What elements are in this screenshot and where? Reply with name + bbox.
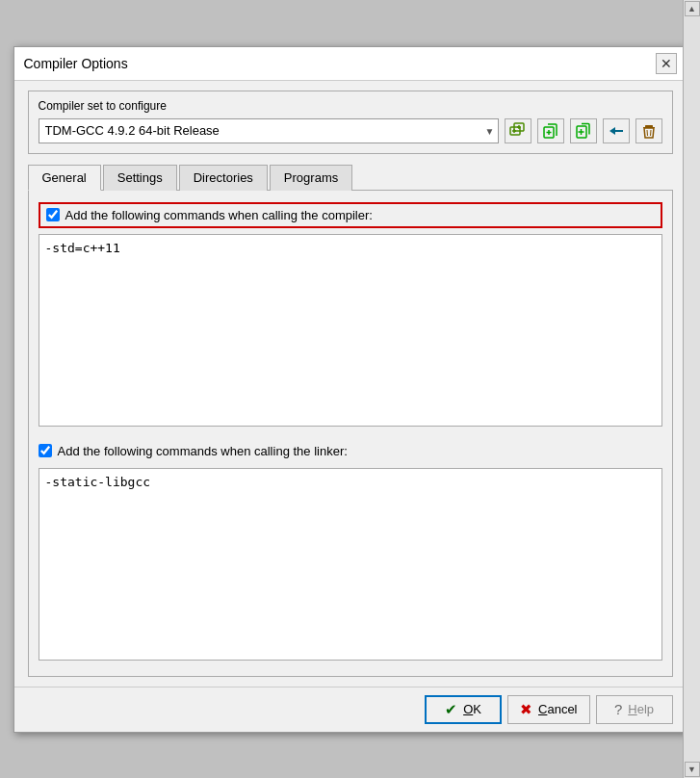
- tab-bar: General Settings Directories Programs: [28, 164, 673, 191]
- dialog-footer: ✔ OK ✖ Cancel ? Help: [14, 687, 687, 732]
- tab-content-general: Add the following commands when calling …: [28, 191, 673, 677]
- tab-settings[interactable]: Settings: [103, 165, 177, 191]
- rename-icon: [608, 122, 625, 140]
- compiler-set-section: Compiler set to configure TDM-GCC 4.9.2 …: [28, 91, 673, 154]
- compiler-commands-textarea[interactable]: -std=c++11: [39, 235, 644, 426]
- compiler-set-label: Compiler set to configure: [39, 99, 662, 113]
- cancel-button[interactable]: ✖ Cancel: [507, 695, 589, 724]
- linker-commands-label[interactable]: Add the following commands when calling …: [58, 444, 348, 458]
- cancel-icon: ✖: [520, 701, 532, 718]
- linker-commands-checkbox[interactable]: [39, 444, 52, 457]
- compiler-commands-checkbox[interactable]: [46, 208, 60, 221]
- linker-scroll-up-arrow[interactable]: ▲: [685, 1, 700, 16]
- linker-scroll-down-arrow[interactable]: ▼: [685, 762, 700, 777]
- compiler-commands-textarea-wrapper: -std=c++11 ▲ ▼: [39, 234, 662, 427]
- close-button[interactable]: ✕: [656, 53, 677, 74]
- add-empty-icon: [575, 122, 592, 140]
- add-copy-icon: [542, 122, 559, 140]
- linker-textarea-scrollbar[interactable]: ▲ ▼: [683, 0, 700, 778]
- delete-btn[interactable]: [635, 118, 662, 143]
- add-copy-btn[interactable]: [537, 118, 564, 143]
- compiler-commands-checkbox-row: Add the following commands when calling …: [39, 202, 662, 228]
- help-label: Help: [628, 702, 654, 716]
- svg-rect-13: [645, 125, 653, 127]
- cancel-label: Cancel: [538, 702, 577, 716]
- delete-icon: [640, 122, 658, 140]
- add-empty-btn[interactable]: [570, 118, 597, 143]
- dialog-body: Compiler set to configure TDM-GCC 4.9.2 …: [14, 81, 687, 687]
- tab-programs[interactable]: Programs: [270, 165, 352, 191]
- dialog-title: Compiler Options: [24, 56, 128, 71]
- rename-btn[interactable]: [603, 118, 630, 143]
- compiler-commands-label[interactable]: Add the following commands when calling …: [65, 208, 373, 222]
- help-button[interactable]: ? Help: [596, 695, 673, 724]
- title-bar: Compiler Options ✕: [14, 47, 687, 81]
- add-compiler-set-btn[interactable]: [505, 118, 531, 143]
- svg-marker-12: [609, 127, 623, 135]
- ok-button[interactable]: ✔ OK: [425, 695, 502, 724]
- compiler-dropdown[interactable]: TDM-GCC 4.9.2 64-bit Release: [39, 118, 499, 143]
- compiler-set-row: TDM-GCC 4.9.2 64-bit Release ▼: [39, 118, 662, 143]
- tab-directories[interactable]: Directories: [179, 165, 268, 191]
- svg-line-15: [647, 130, 648, 136]
- linker-commands-checkbox-row: Add the following commands when calling …: [39, 440, 662, 462]
- tab-general[interactable]: General: [28, 165, 101, 191]
- linker-commands-textarea-wrapper: -static-libgcc ▲ ▼: [39, 468, 662, 661]
- ok-label: OK: [463, 702, 481, 716]
- help-icon: ?: [614, 701, 622, 717]
- add-compiler-icon: [509, 122, 527, 140]
- linker-commands-textarea[interactable]: -static-libgcc: [39, 469, 644, 660]
- ok-icon: ✔: [445, 701, 457, 718]
- svg-line-16: [650, 130, 651, 136]
- compiler-dropdown-wrapper: TDM-GCC 4.9.2 64-bit Release ▼: [39, 118, 499, 143]
- compiler-options-dialog: Compiler Options ✕ Compiler set to confi…: [13, 46, 687, 733]
